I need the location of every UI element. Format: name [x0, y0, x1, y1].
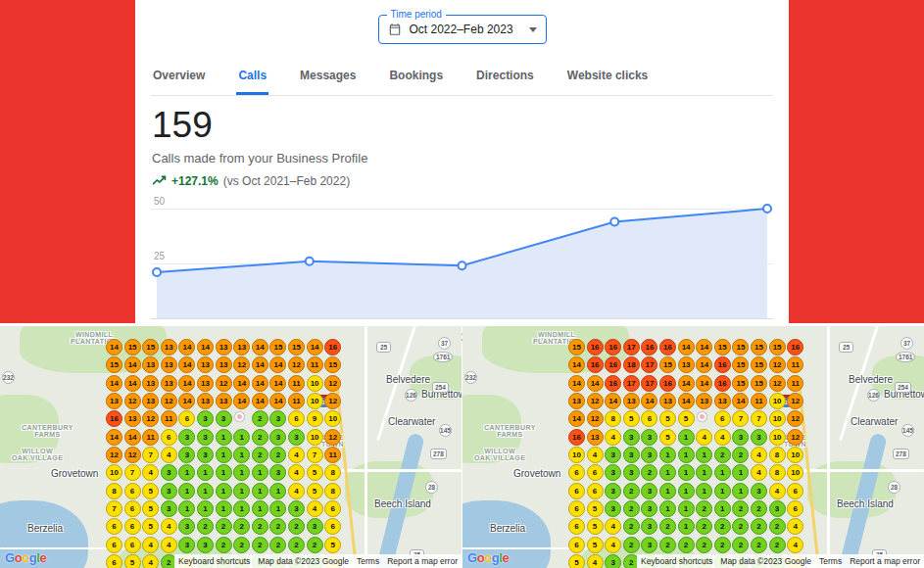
rank-circle[interactable]: 17 [623, 375, 640, 392]
rank-circle[interactable]: 4 [288, 464, 305, 481]
rank-circle[interactable]: 3 [605, 464, 621, 481]
rank-circle[interactable]: 8 [769, 464, 786, 481]
rank-circle[interactable]: 14 [307, 339, 323, 355]
rank-circle[interactable]: 11 [288, 375, 305, 392]
rank-circle[interactable]: 6 [106, 518, 122, 535]
rank-circle[interactable]: 2 [216, 518, 232, 535]
rank-circle[interactable]: 5 [587, 518, 604, 535]
rank-circle[interactable]: 10 [568, 447, 585, 463]
rank-circle[interactable]: 6 [178, 410, 195, 427]
rank-circle[interactable]: 2 [623, 518, 640, 535]
rank-circle[interactable]: 8 [106, 483, 122, 499]
google-logo[interactable]: Google [5, 550, 46, 565]
rank-circle[interactable]: 5 [124, 554, 141, 568]
rank-circle[interactable]: 3 [269, 410, 286, 427]
rank-circle[interactable]: 3 [288, 500, 305, 517]
rank-circle[interactable]: 14 [678, 375, 695, 392]
rank-circle[interactable]: 14 [568, 356, 585, 373]
rank-circle[interactable]: 12 [787, 429, 803, 446]
rank-circle[interactable]: 5 [678, 410, 695, 427]
rank-circle[interactable]: 13 [197, 375, 214, 392]
rank-circle[interactable]: 14 [269, 375, 286, 392]
rank-circle[interactable]: 2 [252, 518, 268, 535]
rank-circle[interactable]: 6 [568, 500, 585, 517]
rank-circle[interactable]: 13 [124, 410, 141, 427]
rank-circle[interactable]: 3 [769, 500, 786, 517]
rank-circle[interactable]: 2 [252, 429, 268, 446]
rank-circle[interactable]: 13 [568, 393, 585, 409]
rank-circle[interactable]: 1 [233, 483, 250, 499]
rank-circle[interactable]: 16 [106, 410, 122, 427]
rank-circle[interactable]: 13 [142, 375, 159, 392]
rank-circle[interactable]: 14 [568, 410, 585, 427]
rank-circle[interactable]: 10 [769, 393, 786, 409]
rank-circle[interactable]: 3 [641, 537, 657, 553]
rank-circle[interactable]: 5 [659, 429, 676, 446]
rank-circle[interactable]: 14 [568, 375, 585, 392]
rank-circle[interactable]: 13 [142, 356, 159, 373]
rank-circle[interactable]: 2 [696, 537, 712, 553]
rank-circle[interactable]: 16 [605, 375, 621, 392]
rank-circle[interactable]: 5 [324, 537, 341, 553]
rank-circle[interactable]: 3 [751, 483, 767, 499]
rank-circle[interactable]: 14 [696, 339, 712, 355]
attribution-report-a-map-error[interactable]: Report a map error [846, 554, 924, 568]
rank-circle[interactable]: 3 [641, 429, 657, 446]
rank-circle[interactable]: 3 [178, 537, 195, 553]
rank-circle[interactable]: 1 [269, 483, 286, 499]
rank-circle[interactable]: 13 [216, 393, 232, 409]
rank-circle[interactable]: 2 [732, 537, 749, 553]
rank-circle[interactable]: 15 [324, 356, 341, 373]
rank-circle[interactable]: 13 [216, 356, 232, 373]
rank-circle[interactable]: 4 [605, 537, 621, 553]
rank-circle[interactable]: 3 [161, 500, 177, 517]
rank-grid-map-left[interactable]: WINDMILL PLANTATIONBelvedereBurnettownCl… [0, 326, 462, 568]
tab-overview[interactable]: Overview [151, 60, 207, 95]
rank-circle[interactable]: 10 [106, 464, 122, 481]
rank-circle[interactable]: 14 [269, 356, 286, 373]
rank-circle[interactable]: 14 [178, 375, 195, 392]
rank-circle[interactable]: 12 [142, 410, 159, 427]
rank-circle[interactable]: 17 [623, 339, 640, 355]
rank-circle[interactable]: 1 [233, 447, 250, 463]
rank-circle[interactable]: 1 [696, 464, 712, 481]
rank-circle[interactable]: 1 [197, 464, 214, 481]
rank-circle[interactable]: 3 [751, 429, 767, 446]
rank-circle[interactable]: 3 [605, 500, 621, 517]
rank-circle[interactable]: 8 [769, 447, 786, 463]
rank-circle[interactable]: 14 [732, 393, 749, 409]
rank-circle[interactable]: 16 [714, 356, 731, 373]
rank-circle[interactable]: 13 [623, 393, 640, 409]
rank-circle[interactable]: 5 [142, 483, 159, 499]
rank-circle[interactable]: 3 [161, 464, 177, 481]
rank-circle[interactable]: 12 [161, 393, 177, 409]
tab-directions[interactable]: Directions [474, 60, 536, 95]
rank-circle[interactable]: 15 [142, 339, 159, 355]
time-period-select[interactable]: Time period Oct 2022–Feb 2023 [378, 15, 547, 44]
rank-circle[interactable]: 1 [216, 483, 232, 499]
rank-circle[interactable]: 1 [678, 447, 695, 463]
rank-circle[interactable]: 12 [787, 410, 803, 427]
rank-circle[interactable]: 4 [142, 464, 159, 481]
rank-circle[interactable]: 1 [233, 500, 250, 517]
rank-circle[interactable]: 12 [124, 393, 141, 409]
rank-circle[interactable]: 6 [587, 464, 604, 481]
tab-bookings[interactable]: Bookings [387, 60, 445, 95]
rank-circle[interactable]: 3 [178, 429, 195, 446]
rank-circle[interactable]: 14 [106, 375, 122, 392]
rank-circle[interactable]: 3 [605, 447, 621, 463]
rank-circle[interactable]: 2 [751, 518, 767, 535]
rank-circle[interactable]: 4 [307, 500, 323, 517]
rank-circle[interactable]: 11 [142, 429, 159, 446]
rank-circle[interactable]: 2 [288, 518, 305, 535]
rank-circle[interactable]: 2 [732, 447, 749, 463]
rank-circle[interactable]: 6 [124, 518, 141, 535]
rank-circle[interactable]: 4 [142, 554, 159, 568]
rank-circle[interactable]: 10 [769, 410, 786, 427]
rank-circle[interactable]: 16 [659, 339, 676, 355]
rank-circle[interactable]: 1 [678, 464, 695, 481]
rank-circle[interactable]: 1 [178, 483, 195, 499]
rank-circle[interactable]: 6 [568, 464, 585, 481]
rank-circle[interactable]: 2 [252, 537, 268, 553]
rank-circle[interactable]: 3 [197, 429, 214, 446]
